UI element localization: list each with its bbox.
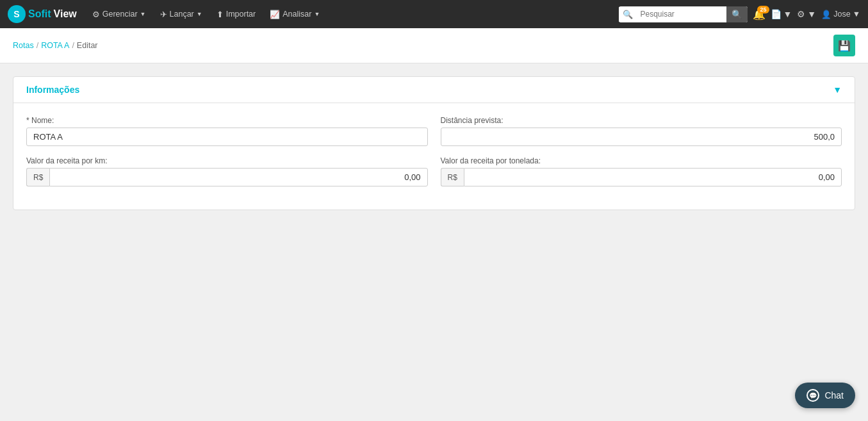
- receita-km-input-group: R$: [26, 168, 428, 186]
- save-button[interactable]: 💾: [833, 35, 855, 56]
- nav-menu: ⚙ Gerenciar ▼ ✈ Lançar ▼ ⬆ Importar 📈 An…: [86, 6, 616, 23]
- nav-right: 🔍 🔍 🔔 25 📄 ▼ ⚙ ▼ 👤 Jose ▼: [619, 6, 861, 22]
- chevron-down-icon-2: ▼: [197, 11, 202, 17]
- brand-view: View: [54, 8, 77, 20]
- chevron-down-icon-5: ▼: [807, 9, 816, 19]
- launch-icon: ✈: [160, 10, 167, 19]
- nav-label-analisar: Analisar: [283, 10, 311, 19]
- nav-item-importar[interactable]: ⬆ Importar: [210, 6, 263, 23]
- form-group-receita-km: Valor da receita por km: R$: [26, 156, 428, 186]
- form-group-nome: * Nome:: [26, 116, 428, 146]
- search-submit-button[interactable]: 🔍: [726, 6, 748, 22]
- collapse-icon[interactable]: ▼: [833, 85, 842, 95]
- gear-icon: ⚙: [92, 10, 100, 19]
- save-icon: 💾: [838, 40, 851, 52]
- nav-item-lancar[interactable]: ✈ Lançar ▼: [154, 6, 209, 23]
- nav-item-analisar[interactable]: 📈 Analisar ▼: [263, 6, 326, 23]
- nav-item-gerenciar[interactable]: ⚙ Gerenciar ▼: [86, 6, 152, 23]
- breadcrumb-separator-2: /: [72, 41, 74, 50]
- brand: S SofitView: [8, 5, 77, 23]
- card-body: * Nome: Distância prevista: Valor da rec…: [13, 103, 855, 210]
- nome-input[interactable]: [26, 128, 428, 146]
- breadcrumb: Rotas / ROTA A / Editar: [13, 41, 98, 50]
- form-row-1: * Nome: Distância prevista:: [26, 116, 842, 146]
- page-content: Informações ▼ * Nome: Distância prevista…: [0, 63, 868, 236]
- breadcrumb-editar: Editar: [77, 41, 98, 50]
- breadcrumb-rotas[interactable]: Rotas: [13, 41, 34, 50]
- receita-ton-label: Valor da receita por tonelada:: [441, 156, 842, 165]
- search-icon-btn[interactable]: 🔍: [619, 7, 637, 22]
- chevron-down-icon-6: ▼: [853, 10, 860, 19]
- receita-km-label: Valor da receita por km:: [26, 156, 428, 165]
- import-icon: ⬆: [217, 10, 224, 19]
- informacoes-card: Informações ▼ * Nome: Distância prevista…: [13, 76, 855, 210]
- nav-label-importar: Importar: [226, 10, 256, 19]
- nav-label-gerenciar: Gerenciar: [102, 10, 138, 19]
- breadcrumb-separator-1: /: [37, 41, 38, 50]
- receita-ton-input[interactable]: [464, 168, 842, 186]
- card-title: Informações: [26, 85, 79, 95]
- brand-sofit: Sofit: [28, 8, 51, 20]
- receita-km-prefix: R$: [26, 168, 49, 186]
- logo-icon: S: [8, 5, 26, 23]
- receita-ton-input-group: R$: [441, 168, 842, 186]
- navbar: S SofitView ⚙ Gerenciar ▼ ✈ Lançar ▼ ⬆ I…: [0, 0, 868, 28]
- search-input[interactable]: [637, 7, 726, 21]
- user-menu-button[interactable]: 👤 Jose ▼: [821, 10, 860, 19]
- form-group-distancia: Distância prevista:: [441, 116, 842, 146]
- notifications-button[interactable]: 🔔 25: [753, 8, 766, 21]
- distancia-input[interactable]: [441, 128, 842, 146]
- chevron-down-icon-3: ▼: [314, 11, 320, 17]
- nome-label: * Nome:: [26, 116, 428, 125]
- chart-icon: 📈: [270, 10, 280, 19]
- chevron-down-icon-4: ▼: [783, 9, 792, 19]
- distancia-label: Distância prevista:: [441, 116, 842, 125]
- breadcrumb-bar: Rotas / ROTA A / Editar 💾: [0, 28, 868, 63]
- search-box: 🔍 🔍: [619, 6, 748, 22]
- card-header: Informações ▼: [13, 77, 855, 103]
- form-group-receita-ton: Valor da receita por tonelada: R$: [441, 156, 842, 186]
- receita-km-input[interactable]: [49, 168, 427, 186]
- document-button[interactable]: 📄 ▼: [771, 9, 792, 19]
- user-name: Jose: [833, 10, 850, 19]
- breadcrumb-rota-a[interactable]: ROTA A: [41, 41, 69, 50]
- settings-button[interactable]: ⚙ ▼: [797, 9, 816, 19]
- chevron-down-icon: ▼: [140, 11, 146, 17]
- receita-ton-prefix: R$: [441, 168, 464, 186]
- form-row-2: Valor da receita por km: R$ Valor da rec…: [26, 156, 842, 186]
- nav-label-lancar: Lançar: [170, 10, 194, 19]
- notification-badge: 25: [757, 6, 769, 13]
- user-icon: 👤: [821, 10, 831, 19]
